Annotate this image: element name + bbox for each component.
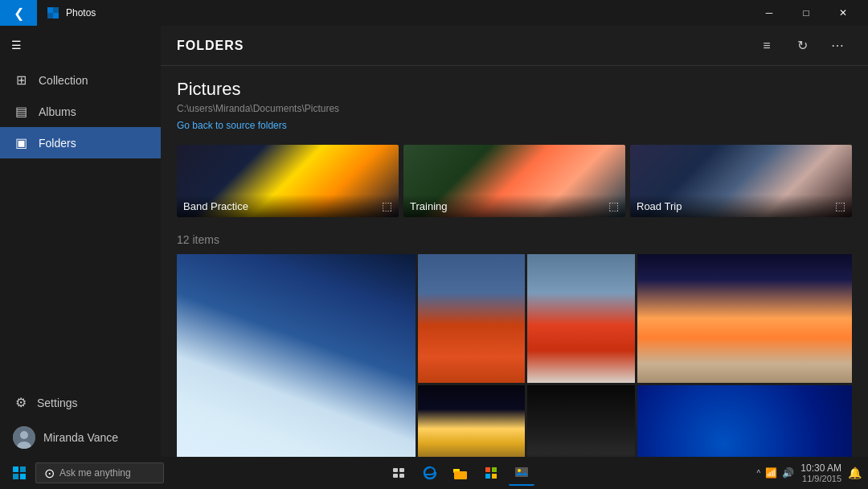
clock: 10:30 AM 11/9/2015 — [800, 462, 841, 483]
sidebar-item-folders-label: Folders — [39, 137, 76, 150]
more-options-button[interactable]: ⋯ — [823, 31, 852, 60]
edge-button[interactable] — [417, 460, 443, 486]
folder-path: C:\users\Miranda\Documents\Pictures — [177, 103, 852, 114]
maximize-button[interactable]: □ — [788, 0, 825, 26]
settings-item[interactable]: ⚙ Settings — [0, 387, 161, 418]
svg-rect-1 — [53, 7, 59, 13]
title-bar: ❮ Photos ─ □ ✕ — [0, 0, 868, 26]
svg-rect-17 — [453, 469, 457, 471]
subfolder-band-practice-label: Band Practice — [183, 200, 248, 212]
items-count: 12 items — [161, 230, 868, 254]
svg-point-23 — [518, 469, 521, 472]
svg-rect-9 — [13, 474, 18, 479]
page-title: FOLDERS — [177, 39, 244, 53]
svg-rect-7 — [13, 466, 18, 472]
svg-rect-22 — [515, 467, 528, 477]
back-button[interactable]: ❮ — [0, 0, 37, 26]
photo-item-7[interactable] — [637, 385, 852, 457]
photo-item-3[interactable] — [527, 254, 635, 383]
subfolder-road-trip-label: Road Trip — [637, 200, 682, 212]
settings-label: Settings — [37, 397, 78, 409]
subfolder-select-icon: ⬚ — [382, 199, 392, 212]
sidebar-item-collection-label: Collection — [39, 74, 88, 87]
photo-item-6[interactable] — [527, 385, 635, 457]
subfolders-grid: Band Practice ⬚ Training ⬚ Road Trip ⬚ — [161, 145, 868, 230]
svg-rect-13 — [393, 474, 398, 478]
collection-icon: ⊞ — [13, 72, 29, 88]
settings-icon: ⚙ — [13, 395, 29, 410]
taskbar-search[interactable]: ⊙ Ask me anything — [35, 462, 164, 483]
title-bar-left: Photos — [47, 6, 96, 19]
user-profile[interactable]: Miranda Vance — [0, 418, 161, 457]
avatar — [13, 426, 35, 449]
clock-date: 11/9/2015 — [800, 474, 841, 483]
svg-rect-11 — [393, 468, 398, 472]
svg-rect-12 — [399, 468, 404, 472]
folder-section: Pictures C:\users\Miranda\Documents\Pict… — [161, 66, 868, 145]
photo-item-4[interactable] — [637, 254, 852, 383]
clock-time: 10:30 AM — [800, 462, 841, 474]
photo-item-2[interactable] — [418, 254, 526, 383]
file-explorer-button[interactable] — [448, 460, 473, 486]
sound-icon[interactable]: 🔊 — [782, 467, 794, 479]
svg-rect-8 — [20, 466, 26, 472]
subfolder-training-label: Training — [410, 200, 447, 212]
svg-point-5 — [20, 431, 28, 439]
chevron-icon[interactable]: ^ — [757, 469, 761, 478]
hamburger-button[interactable]: ☰ — [0, 29, 32, 61]
svg-rect-3 — [53, 13, 59, 18]
subfolder-training-overlay: Training ⬚ — [403, 195, 625, 217]
close-button[interactable]: ✕ — [825, 0, 862, 26]
notification-icon[interactable]: 🔔 — [848, 466, 862, 479]
sidebar-item-albums-label: Albums — [39, 105, 76, 118]
svg-rect-20 — [485, 474, 490, 479]
task-view-button[interactable] — [387, 460, 412, 486]
subfolder-road-trip-overlay: Road Trip ⬚ — [630, 195, 852, 217]
taskbar-icons — [387, 460, 534, 486]
folders-icon: ▣ — [13, 135, 29, 150]
photo-item-1[interactable] — [177, 254, 416, 457]
taskbar-left: ⊙ Ask me anything — [6, 460, 164, 486]
taskbar: ⊙ Ask me anything — [0, 457, 868, 489]
subfolder-band-practice-overlay: Band Practice ⬚ — [177, 195, 399, 217]
subfolder-roadtrip-select-icon: ⬚ — [835, 199, 845, 212]
sidebar-item-albums[interactable]: ▤ Albums — [0, 96, 161, 127]
start-button[interactable] — [6, 460, 32, 486]
subfolder-band-practice[interactable]: Band Practice ⬚ — [177, 145, 399, 217]
svg-rect-21 — [492, 474, 497, 479]
svg-rect-0 — [47, 7, 53, 13]
sidebar-item-collection[interactable]: ⊞ Collection — [0, 64, 161, 96]
avatar-image — [13, 426, 35, 449]
subfolder-road-trip[interactable]: Road Trip ⬚ — [630, 145, 852, 217]
main-header: FOLDERS ≡ ↻ ⋯ — [161, 26, 868, 66]
sidebar: ☰ ⊞ Collection ▤ Albums ▣ Folders ⚙ Sett… — [0, 26, 161, 457]
refresh-button[interactable]: ↻ — [788, 31, 817, 60]
view-toggle-button[interactable]: ≡ — [752, 31, 781, 60]
back-icon: ❮ — [14, 6, 24, 21]
svg-rect-14 — [399, 474, 404, 478]
app-title: Photos — [66, 7, 96, 18]
store-button[interactable] — [478, 460, 504, 486]
minimize-button[interactable]: ─ — [751, 0, 788, 26]
search-placeholder: Ask me anything — [59, 467, 131, 479]
photos-button[interactable] — [509, 460, 534, 486]
svg-rect-16 — [454, 471, 467, 479]
back-to-folders-link[interactable]: Go back to source folders — [177, 120, 287, 131]
folder-name: Pictures — [177, 79, 852, 100]
app-icon — [47, 6, 59, 19]
sidebar-item-folders[interactable]: ▣ Folders — [0, 127, 161, 158]
subfolder-training-select-icon: ⬚ — [608, 199, 619, 212]
albums-icon: ▤ — [13, 104, 29, 119]
header-actions: ≡ ↻ ⋯ — [752, 31, 852, 60]
network-icon: 📶 — [765, 467, 777, 479]
main-content: FOLDERS ≡ ↻ ⋯ Pictures C:\users\Miranda\… — [161, 26, 868, 457]
svg-rect-18 — [485, 467, 490, 472]
photo-item-5[interactable] — [418, 385, 526, 457]
subfolder-training[interactable]: Training ⬚ — [403, 145, 625, 217]
photo-grid — [161, 254, 868, 457]
svg-rect-2 — [47, 13, 53, 18]
system-icons: ^ 📶 🔊 — [757, 467, 795, 479]
system-tray: ^ 📶 🔊 10:30 AM 11/9/2015 🔔 — [757, 462, 862, 483]
window-controls: ─ □ ✕ — [751, 0, 862, 26]
user-name: Miranda Vance — [43, 431, 118, 444]
